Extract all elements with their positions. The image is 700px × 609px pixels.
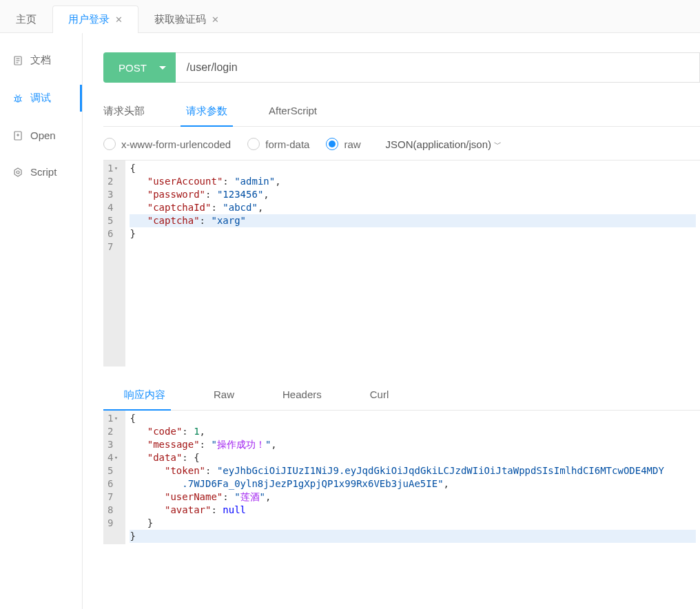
tab-label: 用户登录 — [68, 13, 110, 26]
line-number: 4 — [107, 201, 113, 214]
tab-home[interactable]: 主页 — [0, 6, 52, 32]
line-number: 9 — [107, 517, 113, 530]
tab-get-captcha[interactable]: 获取验证码✕ — [138, 6, 235, 32]
request-url-row: POST — [103, 52, 700, 83]
line-number: 5 — [107, 214, 113, 227]
tab-raw[interactable]: Raw — [214, 380, 234, 410]
line-number: 3 — [107, 188, 113, 201]
tab-headers[interactable]: Headers — [282, 380, 322, 410]
radio-urlencoded[interactable]: x-www-form-urlencoded — [103, 138, 231, 150]
radio-raw[interactable]: raw — [326, 138, 360, 150]
line-number: 7 — [107, 491, 113, 504]
svg-line-9 — [21, 101, 22, 101]
line-number: 4 — [107, 451, 113, 464]
sidebar-item-doc[interactable]: 文档 — [0, 41, 82, 79]
bug-icon — [12, 93, 23, 104]
sidebar: 文档 调试 Open Script — [0, 33, 83, 609]
radio-icon — [103, 138, 116, 150]
method-select[interactable]: POST — [103, 52, 176, 83]
svg-line-10 — [16, 94, 17, 96]
radio-label: raw — [344, 138, 360, 150]
response-tabs: 响应内容 Raw Headers Curl — [103, 380, 700, 411]
fold-icon[interactable]: ▾ — [113, 451, 119, 464]
body-type-row: x-www-form-urlencoded form-data raw JSON… — [103, 138, 700, 150]
doc-icon — [12, 55, 23, 66]
tab-label: 获取验证码 — [154, 13, 206, 26]
radio-icon — [326, 138, 338, 150]
sidebar-item-label: 调试 — [30, 92, 51, 105]
tab-afterscript[interactable]: AfterScript — [269, 96, 317, 126]
radio-icon — [247, 138, 260, 150]
editor-gutter: 1▾ 2 3 4▾ 5 6 7 8 9 — [103, 411, 125, 544]
method-label: POST — [119, 62, 147, 74]
close-icon[interactable]: ✕ — [212, 14, 219, 25]
chevron-down-icon: ﹀ — [494, 139, 502, 149]
content-type-label: JSON(application/json) — [386, 138, 491, 150]
svg-line-8 — [14, 101, 16, 101]
request-body-editor[interactable]: 1▾ 2 3 4 5 6 7 { "userAccount": "admin",… — [103, 160, 700, 367]
radio-label: form-data — [265, 138, 309, 150]
line-number: 8 — [107, 504, 113, 517]
svg-point-13 — [17, 171, 19, 174]
line-number: 5 — [107, 464, 113, 477]
tab-request-headers[interactable]: 请求头部 — [103, 96, 145, 126]
svg-line-6 — [14, 97, 16, 98]
line-number: 6 — [107, 227, 113, 240]
sidebar-item-label: Script — [30, 166, 56, 178]
sidebar-item-debug[interactable]: 调试 — [0, 79, 82, 117]
line-number: 3 — [107, 438, 113, 451]
tab-request-params[interactable]: 请求参数 — [186, 96, 227, 126]
code-area[interactable]: { "userAccount": "admin", "password": "1… — [125, 161, 700, 367]
content-type-select[interactable]: JSON(application/json)﹀ — [386, 138, 502, 150]
tab-curl[interactable]: Curl — [370, 380, 389, 410]
url-input[interactable] — [176, 52, 700, 83]
line-number: 2 — [107, 425, 113, 438]
svg-line-7 — [21, 97, 22, 98]
line-number: 2 — [107, 175, 113, 188]
code-area[interactable]: { "code": 1, "message": "操作成功！", "data":… — [125, 411, 700, 544]
radio-formdata[interactable]: form-data — [247, 138, 309, 150]
line-number: 6 — [107, 477, 113, 491]
radio-label: x-www-form-urlencoded — [121, 138, 231, 150]
sidebar-item-script[interactable]: Script — [0, 154, 82, 190]
svg-line-11 — [19, 94, 20, 96]
close-icon[interactable]: ✕ — [115, 14, 123, 25]
fold-icon[interactable]: ▾ — [113, 162, 119, 175]
response-body-editor[interactable]: 1▾ 2 3 4▾ 5 6 7 8 9 { "code": 1, "messag… — [103, 411, 700, 544]
sidebar-item-label: Open — [30, 130, 56, 141]
line-number: 1 — [107, 162, 113, 175]
sidebar-item-label: 文档 — [30, 54, 51, 67]
line-number: 1 — [107, 412, 113, 425]
sidebar-item-open[interactable]: Open — [0, 117, 82, 154]
editor-gutter: 1▾ 2 3 4 5 6 7 — [103, 161, 125, 367]
line-number: 7 — [107, 240, 113, 254]
request-tabs: 请求头部 请求参数 AfterScript — [103, 96, 700, 127]
tab-label: 主页 — [16, 13, 37, 26]
script-icon — [12, 167, 23, 178]
tabs-bar: 主页 用户登录✕ 获取验证码✕ — [0, 0, 700, 33]
fold-icon[interactable]: ▾ — [113, 412, 119, 425]
tab-user-login[interactable]: 用户登录✕ — [52, 6, 138, 32]
tab-response-content[interactable]: 响应内容 — [124, 380, 165, 410]
open-icon — [12, 130, 23, 141]
